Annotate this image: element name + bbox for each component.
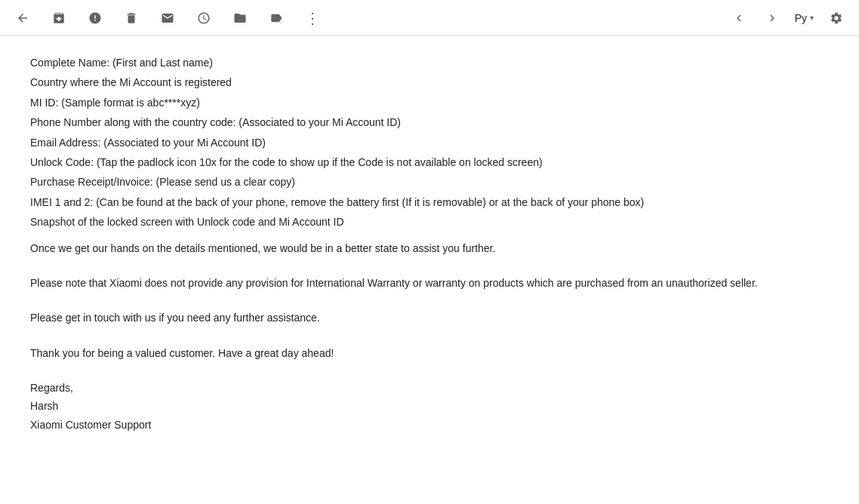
sender-name: Harsh [30,398,829,414]
label-button[interactable] [266,8,287,29]
move-to-button[interactable] [229,8,251,29]
line-3: MI ID: (Sample format is abc****xyz) [30,94,829,111]
account-dropdown-arrow: ▾ [810,14,814,22]
paragraph-contact: Please get in touch with us if you need … [30,309,829,326]
line-8: IMEI 1 and 2: (Can be found at the back … [30,194,829,211]
email-body: Complete Name: (First and Last name) Cou… [0,36,859,504]
line-1: Complete Name: (First and Last name) [30,54,829,71]
line-5: Email Address: (Associated to your Mi Ac… [30,134,829,151]
mark-unread-button[interactable] [157,8,178,29]
line-9: Snapshot of the locked screen with Unloc… [30,214,829,230]
line-4: Phone Number along with the country code… [30,114,829,131]
paragraph-warranty: Please note that Xiaomi does not provide… [30,275,829,291]
regards-label: Regards, [30,380,829,396]
email-signature: Regards, Harsh Xiaomi Customer Support [30,380,829,433]
account-label: Ру [795,12,807,24]
toolbar-left: ⋮ [12,8,323,29]
assist-text: Once we get our hands on the details men… [30,240,829,257]
toolbar: ⋮ Ру ▾ [0,0,859,36]
paragraph-assist: Once we get our hands on the details men… [30,240,829,257]
sender-company: Xiaomi Customer Support [30,416,829,433]
account-switcher[interactable]: Ру ▾ [795,12,814,24]
line-6: Unlock Code: (Tap the padlock icon 10x f… [30,154,829,171]
info-list: Complete Name: (First and Last name) Cou… [30,54,829,231]
archive-button[interactable] [48,8,69,29]
report-spam-button[interactable] [85,8,106,29]
toolbar-right: Ру ▾ [728,8,847,29]
paragraph-thankyou: Thank you for being a valued customer. H… [30,345,829,361]
line-2: Country where the Mi Account is register… [30,74,829,91]
email-content: Complete Name: (First and Last name) Cou… [30,54,829,433]
thankyou-text: Thank you for being a valued customer. H… [30,345,829,361]
next-email-button[interactable] [762,8,783,29]
back-button[interactable] [12,8,33,29]
snooze-button[interactable] [193,8,214,29]
contact-text: Please get in touch with us if you need … [30,309,829,326]
line-7: Purchase Receipt/Invoice: (Please send u… [30,174,829,190]
more-options-button[interactable]: ⋮ [302,8,323,29]
settings-button[interactable] [826,8,847,29]
prev-email-button[interactable] [728,8,750,29]
warranty-text: Please note that Xiaomi does not provide… [30,275,829,291]
delete-button[interactable] [121,8,142,29]
